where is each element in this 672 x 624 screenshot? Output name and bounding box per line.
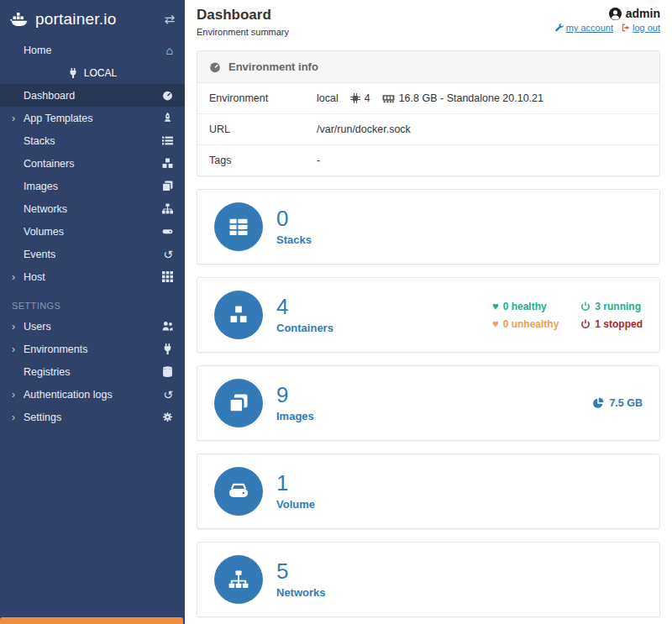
- stacks-widget[interactable]: 0 Stacks: [197, 189, 660, 265]
- volume-label: Volume: [276, 498, 315, 511]
- env-row-environment: Environment local 4 16.8 GB - Standalone…: [197, 83, 659, 113]
- chevron-right-icon: ›: [12, 389, 24, 401]
- containers-widget[interactable]: 4 Containers ♥ 0 healthy 3 running ♥ 0 u…: [197, 277, 660, 353]
- memory-icon: [382, 94, 395, 103]
- gauge-icon: [209, 61, 221, 73]
- hdd-icon: [162, 226, 173, 237]
- chevron-right-icon: ›: [12, 271, 24, 283]
- container-health-stats: ♥ 0 healthy 3 running ♥ 0 unhealthy 1 st…: [492, 301, 643, 330]
- sidebar-item-dashboard[interactable]: Dashboard: [0, 84, 185, 107]
- running-stat: 3 running: [580, 301, 643, 312]
- page-header: Dashboard Environment summary admin my a…: [185, 0, 672, 40]
- sidebar-item-networks[interactable]: Networks: [0, 197, 185, 220]
- chevron-right-icon: ›: [12, 113, 24, 124]
- wrench-icon: [555, 24, 564, 32]
- grid-icon: [162, 271, 173, 282]
- images-widget[interactable]: 9 Images 7.5 GB: [197, 365, 660, 441]
- images-clone-icon: [214, 379, 263, 427]
- sidebar-item-images[interactable]: Images: [0, 175, 185, 197]
- chevron-right-icon: ›: [12, 321, 24, 333]
- stacks-grid-icon: [214, 202, 263, 251]
- containers-label: Containers: [276, 322, 333, 334]
- sidebar-item-app-templates[interactable]: › App Templates: [0, 107, 185, 129]
- sidebar-item-host[interactable]: › Host: [0, 265, 185, 288]
- environment-url: /var/run/docker.sock: [317, 123, 411, 135]
- sidebar-item-volumes[interactable]: Volumes: [0, 220, 185, 243]
- containers-cubes-icon: [214, 291, 263, 339]
- sidebar-section-settings: SETTINGS: [0, 295, 185, 315]
- power-icon: [580, 302, 591, 312]
- log-out-link[interactable]: log out: [622, 23, 660, 33]
- sidebar-item-containers[interactable]: Containers: [0, 152, 185, 175]
- cpu-count: 4: [365, 92, 370, 104]
- clone-icon: [162, 181, 173, 191]
- stacks-label: Stacks: [276, 233, 312, 246]
- sidebar-item-authentication-logs[interactable]: › Authentication logs ↺: [0, 383, 185, 406]
- sidebar-item-registries[interactable]: Registries: [0, 360, 185, 383]
- volume-count: 1: [276, 472, 315, 495]
- environment-tags: -: [317, 155, 320, 166]
- volume-widget[interactable]: 1 Volume: [197, 454, 660, 529]
- chevron-right-icon: ›: [12, 412, 24, 423]
- rocket-icon: [162, 113, 173, 123]
- chevron-right-icon: ›: [12, 343, 24, 355]
- heart-icon: ♥: [492, 301, 499, 312]
- sidebar-footer-banner[interactable]: [0, 617, 183, 624]
- history-icon: ↺: [163, 389, 173, 401]
- environment-info-panel: Environment info Environment local 4 16.…: [197, 50, 660, 176]
- logo-row: portainer.io ⇄: [0, 0, 185, 39]
- sidebar-item-users[interactable]: › Users: [0, 315, 185, 338]
- memory-info: 16.8 GB - Standalone 20.10.21: [399, 92, 543, 104]
- plug-icon: [68, 68, 78, 78]
- images-total-size: 7.5 GB: [592, 397, 643, 409]
- sidebar-collapse-icon[interactable]: ⇄: [164, 12, 175, 27]
- sidebar: portainer.io ⇄ Home ⌂ LOCAL Dashboard › …: [0, 0, 185, 624]
- networks-widget[interactable]: 5 Networks: [197, 542, 660, 617]
- environment-info-header: Environment info: [197, 51, 659, 83]
- user-circle-icon: [609, 8, 622, 20]
- users-icon: [162, 321, 173, 332]
- heart-icon: ♥: [492, 318, 499, 329]
- page-title: Dashboard: [197, 7, 289, 24]
- unhealthy-stat: ♥ 0 unhealthy: [492, 318, 559, 330]
- stopped-stat: 1 stopped: [580, 318, 643, 330]
- sidebar-item-settings[interactable]: › Settings: [0, 406, 185, 428]
- page-subtitle: Environment summary: [197, 27, 289, 37]
- plug-icon: [162, 343, 173, 354]
- sidebar-section-local: LOCAL: [0, 61, 185, 84]
- dashboard-content: Environment info Environment local 4 16.…: [185, 40, 672, 624]
- home-icon: ⌂: [166, 45, 173, 56]
- portainer-whale-icon: [10, 11, 29, 28]
- power-icon: [580, 319, 591, 329]
- app-logo-text: portainer.io: [35, 10, 116, 29]
- sidebar-item-environments[interactable]: › Environments: [0, 338, 185, 360]
- my-account-link[interactable]: my account: [555, 23, 613, 33]
- sidebar-item-events[interactable]: Events ↺: [0, 243, 185, 265]
- database-icon: [162, 366, 173, 377]
- microchip-icon: [350, 93, 360, 103]
- cubes-icon: [162, 158, 173, 169]
- stacks-count: 0: [276, 207, 312, 230]
- gears-icon: [162, 412, 173, 422]
- containers-count: 4: [276, 296, 333, 318]
- list-icon: [162, 135, 173, 146]
- sign-out-icon: [622, 24, 630, 32]
- healthy-stat: ♥ 0 healthy: [492, 301, 559, 312]
- images-count: 9: [276, 384, 314, 406]
- env-row-url: URL /var/run/docker.sock: [197, 113, 659, 144]
- networks-sitemap-icon: [214, 555, 263, 604]
- networks-count: 5: [276, 560, 326, 583]
- sidebar-item-stacks[interactable]: Stacks: [0, 129, 185, 152]
- pie-chart-icon: [592, 397, 604, 409]
- username: admin: [626, 7, 660, 20]
- sitemap-icon: [162, 203, 173, 214]
- sidebar-item-home[interactable]: Home ⌂: [0, 39, 185, 61]
- history-icon: ↺: [163, 249, 173, 260]
- networks-label: Networks: [276, 586, 326, 599]
- images-label: Images: [276, 410, 314, 422]
- main-area: Dashboard Environment summary admin my a…: [185, 0, 672, 624]
- dashboard-gauge-icon: [162, 90, 173, 101]
- environment-name: local: [317, 92, 339, 104]
- volume-hdd-icon: [214, 467, 263, 516]
- env-row-tags: Tags -: [197, 144, 659, 176]
